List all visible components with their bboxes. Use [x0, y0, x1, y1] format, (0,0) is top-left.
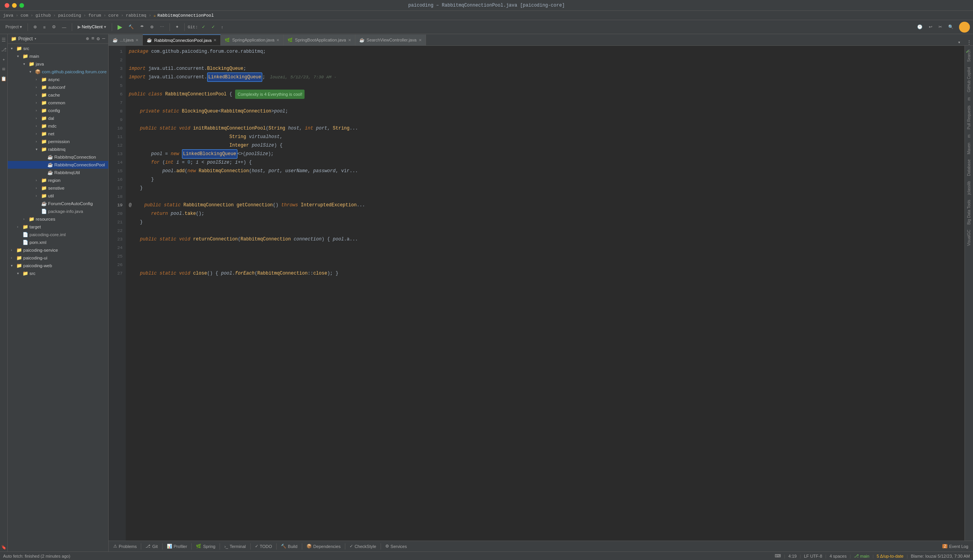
tab-close-btn[interactable]: ✕ [135, 38, 139, 42]
bt-terminal[interactable]: ›_ Terminal [222, 543, 248, 550]
collapse-btn[interactable]: ≡ [41, 24, 48, 31]
tree-item-util[interactable]: › 📁 util [8, 192, 108, 200]
right-icon-database[interactable]: Database [966, 157, 972, 178]
tree-item-ui[interactable]: › 📁 paicoding-ui [8, 254, 108, 262]
sb-indent[interactable]: 4 spaces [829, 554, 847, 558]
tree-item-main[interactable]: ▾ 📁 main [8, 52, 108, 60]
tree-item-src[interactable]: ▾ 📁 src [8, 45, 108, 52]
bc-current-file[interactable]: ☕ RabbitmqConnectionPool [154, 13, 214, 18]
left-icon-2[interactable]: ⎇ [0, 45, 7, 54]
tree-item-rabbitmq[interactable]: ▾ 📁 rabbitmq [8, 145, 108, 153]
left-icon-5[interactable]: 📋 [0, 74, 7, 83]
history-btn[interactable]: 🕐 [915, 23, 925, 31]
tab-overflow-btn[interactable]: ▾ [955, 40, 964, 45]
maximize-button[interactable] [19, 3, 24, 8]
bc-rabbitmq[interactable]: rabbitmq [126, 13, 146, 18]
bc-com[interactable]: com [21, 13, 28, 18]
tree-item-async[interactable]: › 📁 async [8, 76, 108, 83]
sb-encoding[interactable]: LF UTF-8 [804, 554, 822, 558]
right-icon-copilot[interactable]: GitHub Copilot [966, 65, 972, 95]
sb-branch[interactable]: ⎇ main [854, 553, 869, 558]
build-btn[interactable]: 🔨 [126, 23, 136, 31]
sb-blame[interactable]: Blame: louzai 5/12/23, 7:30 AM [911, 554, 970, 558]
tree-item-autoconf[interactable]: › 📁 autoconf [8, 83, 108, 91]
coverage-btn[interactable]: ☂ [138, 23, 146, 31]
search-btn[interactable]: 🔍 [946, 23, 956, 31]
ph-add-icon[interactable]: ⊕ [86, 36, 89, 42]
copilot-btn[interactable]: ✦ [173, 23, 181, 31]
tab-close-btn[interactable]: ✕ [419, 38, 422, 42]
bt-profiler[interactable]: 📊 Profiler [164, 543, 190, 550]
tree-item-common[interactable]: › 📁 common [8, 99, 108, 107]
tree-item-dal[interactable]: › 📁 dal [8, 114, 108, 122]
bc-forum[interactable]: forum [88, 13, 101, 18]
ph-collapse-icon[interactable]: ≡ [92, 36, 95, 42]
bc-core[interactable]: core [108, 13, 118, 18]
bc-github[interactable]: github [35, 13, 51, 18]
left-icon-1[interactable]: ☰ [1, 36, 7, 45]
bt-build[interactable]: 🔨 Build [279, 543, 300, 550]
tree-item-service[interactable]: › 📁 paicoding-service [8, 246, 108, 254]
minimize-button[interactable] [12, 3, 17, 8]
bt-eventlog[interactable]: 2 Event Log [940, 543, 971, 550]
right-icon-visualgc[interactable]: VisualGC [966, 227, 972, 248]
file-tree[interactable]: ▾ 📁 src ▾ 📁 main ▾ 📁 java ▾ [8, 44, 108, 551]
nettyclient-dropdown[interactable]: ▶ NettyClient ▾ [75, 23, 109, 31]
more-run-btn[interactable]: ⋯ [158, 23, 166, 31]
tree-item-target[interactable]: › 📁 target [8, 223, 108, 231]
right-icon-maven[interactable]: Maven [966, 140, 972, 157]
tab-rabbitmq-pool[interactable]: ☕ RabbitmqConnectionPool.java ✕ [143, 35, 221, 45]
undo-btn[interactable]: ↩ [926, 23, 935, 31]
tab-spring-boot[interactable]: 🌿 SpringBootApplication.java ✕ [284, 35, 355, 45]
code-content[interactable]: package com.github.paicoding.forum.core.… [126, 46, 964, 541]
bt-git[interactable]: ⎇ Git [143, 543, 160, 550]
tree-item-package-info[interactable]: 📄 package-info.java [8, 207, 108, 215]
right-icon-m1[interactable]: m [966, 95, 972, 103]
project-dropdown-arrow[interactable]: ▾ [34, 36, 36, 41]
right-icon-bigdata[interactable]: Big Data Tools [966, 197, 972, 227]
sb-git-status[interactable]: 5 Δ/up-to-date [877, 554, 904, 558]
tree-item-rabbitmq-pool[interactable]: ☕ RabbitmqConnectionPool [8, 161, 108, 169]
tree-item-cache[interactable]: › 📁 cache [8, 91, 108, 99]
bc-paicoding[interactable]: paicoding [58, 13, 81, 18]
bt-checkstyle[interactable]: ✓ CheckStyle [347, 543, 379, 550]
tab-close-btn[interactable]: ✕ [213, 38, 216, 42]
right-icon-jclasslib[interactable]: jclasslib [966, 179, 972, 197]
tree-item-resources[interactable]: › 📁 resources [8, 215, 108, 223]
minimize-panel-btn[interactable]: — [60, 24, 69, 31]
tree-item-web[interactable]: ▾ 📁 paicoding-web [8, 262, 108, 270]
ph-settings-icon[interactable]: ⚙ [97, 36, 100, 42]
bt-todo[interactable]: ✓ TODO [253, 543, 275, 550]
tree-item-iml[interactable]: 📄 paicoding-core.iml [8, 231, 108, 239]
tree-item-web-src[interactable]: ▾ 📁 src [8, 270, 108, 277]
close-button[interactable] [5, 3, 9, 8]
tree-item-senstive[interactable]: › 📁 senstive [8, 184, 108, 192]
tree-item-pom[interactable]: 📄 pom.xml [8, 239, 108, 246]
right-icon-pull[interactable]: Pull Requests [966, 103, 972, 132]
tree-item-mdc[interactable]: › 📁 mdc [8, 122, 108, 130]
project-dropdown-btn[interactable]: Project ▾ [3, 23, 24, 31]
bt-problems[interactable]: ⚠ Problems [111, 543, 139, 550]
tab-spring-app[interactable]: 🌿 SpringApplication.java ✕ [221, 35, 284, 45]
git-push-btn[interactable]: ↑ [219, 24, 226, 31]
bt-services[interactable]: ⚙ Services [383, 543, 409, 550]
left-icon-3[interactable]: ✦ [2, 55, 6, 64]
tree-item-pkg[interactable]: ▾ 📦 com.github.paicoding.forum.core [8, 68, 108, 76]
tab-search-vc[interactable]: ☕ SearchViewController.java ✕ [355, 35, 426, 45]
user-avatar[interactable] [959, 22, 970, 33]
tree-item-java[interactable]: ▾ 📁 java [8, 60, 108, 68]
tab-close-btn[interactable]: ✕ [276, 38, 279, 42]
git-check2-btn[interactable]: ✓ [209, 23, 217, 31]
bc-java[interactable]: java [3, 13, 13, 18]
left-icon-bookmarks[interactable]: 🔖 [0, 543, 7, 551]
right-icon-m2[interactable]: m [966, 132, 972, 140]
left-icon-4[interactable]: ⊞ [2, 65, 6, 74]
tree-item-rabbitmq-util[interactable]: ☕ RabbitmqUtil [8, 169, 108, 176]
tab-other-java[interactable]: ☕ ...t.java ✕ [109, 35, 143, 45]
tree-item-net[interactable]: › 📁 net [8, 130, 108, 138]
ph-minimize-icon[interactable]: — [102, 36, 105, 42]
tree-item-rabbitmq-conn[interactable]: ☕ RabbitmqConnection [8, 153, 108, 161]
tree-item-region[interactable]: › 📁 region [8, 176, 108, 184]
tree-item-forum-core-config[interactable]: ☕ ForumCoreAutoConfig [8, 200, 108, 207]
redo-btn[interactable]: ✂ [936, 23, 944, 31]
